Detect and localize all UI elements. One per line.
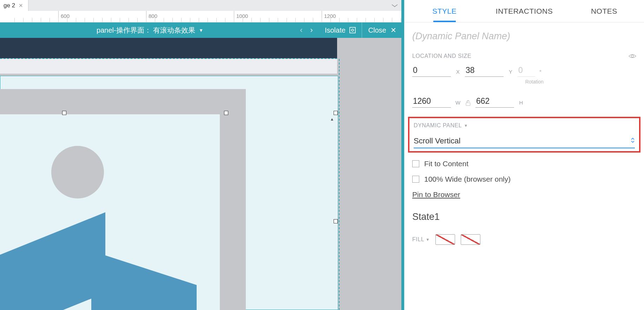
isolate-button[interactable]: Isolate	[319, 26, 362, 34]
rotation-unit: °	[537, 69, 544, 77]
fill-image-swatch[interactable]	[461, 234, 480, 245]
scrollbar-arrow-icon[interactable]: ▴	[331, 116, 333, 122]
svg-point-2	[631, 55, 633, 57]
select-stepper-icon	[631, 136, 635, 146]
next-state-button[interactable]: ›	[310, 26, 313, 35]
close-icon: ✕	[390, 26, 396, 34]
wide-label: 100% Wide (browser only)	[424, 175, 511, 183]
dynamic-panel-header: panel-操作界面： 有滚动条效果 ▼ ‹ › Isolate Close ✕	[0, 22, 401, 38]
svg-point-1	[351, 29, 354, 31]
state-name[interactable]: State1	[405, 199, 644, 222]
x-input[interactable]	[412, 64, 451, 77]
tab-style[interactable]: STYLE	[405, 1, 484, 22]
isolate-icon	[349, 27, 356, 34]
isolate-label: Isolate	[325, 26, 346, 34]
y-unit: Y	[506, 69, 515, 77]
dynamic-panel-section-header[interactable]: DYNAMIC PANEL ▼	[414, 122, 635, 129]
selection-guide	[339, 59, 340, 310]
canvas-area[interactable]: ge 2 ✕ 600 800 1000 1200 panel-操作界面： 有滚动…	[0, 0, 401, 310]
resize-handle[interactable]	[62, 111, 66, 115]
subheader-widget[interactable]	[0, 59, 337, 74]
tab-interactions[interactable]: INTERACTIONS	[484, 1, 564, 22]
page-tab-bar: ge 2 ✕	[0, 0, 401, 11]
ruler-tick-label: 800	[149, 13, 157, 19]
close-label: Close	[368, 26, 386, 34]
fill-color-swatch[interactable]	[435, 234, 455, 245]
chevron-down-icon: ▼	[426, 237, 430, 242]
image-placeholder-frame[interactable]	[0, 89, 246, 310]
panel-title: panel-操作界面： 有滚动条效果	[97, 26, 195, 35]
panel-state-dropdown[interactable]: panel-操作界面： 有滚动条效果 ▼	[0, 26, 300, 35]
svg-rect-3	[466, 103, 470, 106]
inspector-tabs: STYLE INTERACTIONS NOTES	[405, 0, 644, 22]
chevron-down-icon	[392, 4, 398, 7]
full-width-checkbox[interactable]: 100% Wide (browser only)	[405, 168, 644, 183]
checkbox-icon	[412, 176, 419, 183]
rotation-input	[518, 64, 535, 77]
placeholder-mountain-icon	[0, 212, 105, 310]
no-fill-icon	[461, 234, 480, 245]
svg-rect-0	[350, 27, 355, 33]
fill-section-header[interactable]: FILL ▼	[412, 236, 430, 243]
page-tab[interactable]: ge 2 ✕	[0, 0, 28, 11]
panel-nav: ‹ ›	[300, 26, 319, 35]
resize-handle[interactable]	[334, 219, 338, 223]
placeholder-sun-icon	[51, 146, 104, 198]
location-size-label: LOCATION AND SIZE	[412, 53, 471, 59]
resize-handle[interactable]	[334, 111, 338, 115]
horizontal-ruler: 600 800 1000 1200	[0, 11, 401, 22]
x-unit: X	[453, 69, 463, 77]
fit-to-content-checkbox[interactable]: Fit to Content	[405, 153, 644, 168]
highlighted-section: DYNAMIC PANEL ▼ Scroll Vertical	[408, 117, 640, 153]
chevron-down-icon: ▼	[199, 28, 203, 33]
unlock-icon	[465, 100, 471, 106]
placeholder-mountain-icon	[91, 251, 197, 310]
dynamic-panel-label: DYNAMIC PANEL	[414, 122, 462, 129]
width-input[interactable]	[412, 95, 451, 108]
image-placeholder[interactable]	[0, 114, 220, 310]
widget-name-input[interactable]	[412, 29, 636, 45]
fit-label: Fit to Content	[424, 160, 468, 168]
canvas-body[interactable]: ▴	[0, 38, 401, 310]
splitter-handle[interactable]	[401, 0, 404, 310]
height-input[interactable]	[475, 95, 514, 108]
close-icon[interactable]: ✕	[19, 2, 23, 9]
chevron-down-icon: ▼	[464, 123, 468, 128]
tab-dropdown[interactable]	[392, 0, 398, 11]
no-fill-icon	[435, 234, 455, 245]
tab-notes[interactable]: NOTES	[564, 1, 644, 22]
checkbox-icon	[412, 160, 419, 167]
header-widget[interactable]	[0, 38, 337, 58]
scroll-mode-value: Scroll Vertical	[414, 136, 460, 146]
ruler-tick-label: 1000	[236, 13, 248, 19]
rotation-label: Rotation	[518, 77, 544, 85]
scroll-mode-select[interactable]: Scroll Vertical	[414, 135, 635, 148]
prev-state-button[interactable]: ‹	[300, 26, 302, 35]
inspector-panel: STYLE INTERACTIONS NOTES LOCATION AND SI…	[404, 0, 644, 310]
width-unit: W	[453, 100, 463, 108]
ruler-tick-label: 600	[61, 13, 70, 19]
height-unit: H	[516, 100, 526, 108]
ruler-tick-label: 1200	[324, 13, 336, 19]
visibility-icon[interactable]	[629, 53, 636, 59]
fill-label: FILL	[412, 236, 424, 243]
close-panel-button[interactable]: Close ✕	[362, 26, 401, 34]
resize-handle[interactable]	[224, 111, 228, 115]
lock-aspect-button[interactable]	[465, 100, 473, 108]
page-tab-label: ge 2	[4, 2, 15, 9]
y-input[interactable]	[465, 64, 504, 77]
pin-to-browser-link[interactable]: Pin to Browser	[405, 183, 644, 199]
